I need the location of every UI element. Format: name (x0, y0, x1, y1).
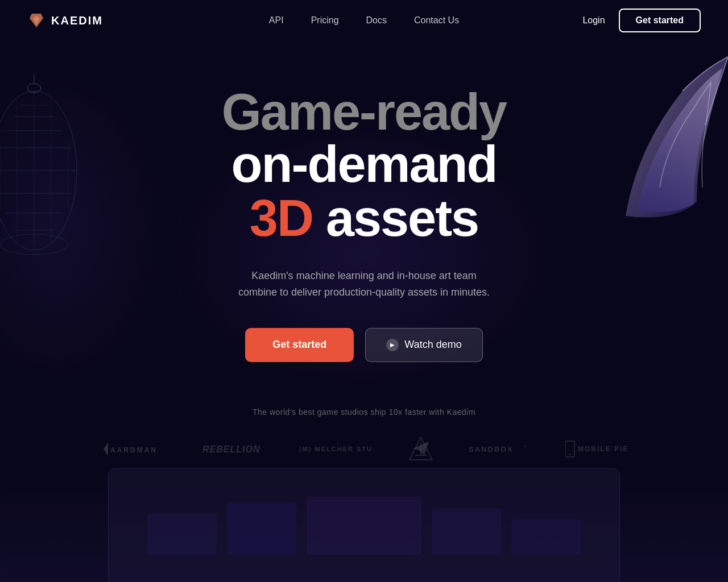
svg-rect-30 (148, 514, 216, 554)
hero-assets-text: assets (313, 190, 478, 247)
hero-3d-text: 3D (250, 190, 313, 247)
svg-rect-34 (512, 520, 580, 554)
nav-link-api[interactable]: API (269, 15, 284, 26)
navbar: KAEDIM API Pricing Docs Contact Us Login… (0, 0, 728, 41)
hero-subtitle-line1: Kaedim's machine learning and in-house a… (251, 270, 477, 281)
hero-subtitle: Kaedim's machine learning and in-house a… (0, 268, 728, 301)
bottom-preview-inner (109, 469, 619, 582)
nav-get-started-button[interactable]: Get started (619, 9, 701, 32)
svg-text:REBELLION: REBELLION (202, 444, 260, 454)
nav-link-docs[interactable]: Docs (366, 15, 387, 26)
svg-rect-31 (228, 503, 296, 554)
logos-row: AARDMAN REBELLION (m) melcher studios (0, 435, 728, 465)
svg-text:SANDBOX: SANDBOX (469, 445, 514, 454)
login-button[interactable]: Login (582, 15, 605, 26)
logo-arrow-studio (407, 435, 435, 465)
hero-subtitle-line2: combine to deliver production-quality as… (238, 286, 490, 298)
logo-sandbox: SANDBOX + (469, 440, 531, 460)
hero-buttons: Get started ▶ Watch demo (0, 328, 728, 362)
svg-text:AARDMAN: AARDMAN (110, 446, 158, 454)
logo-rebellion: REBELLION (202, 440, 265, 460)
nav-links: API Pricing Docs Contact Us (269, 15, 459, 26)
svg-marker-17 (104, 442, 108, 456)
svg-text:+: + (523, 444, 527, 449)
svg-rect-33 (432, 509, 500, 554)
watch-demo-label: Watch demo (404, 339, 461, 351)
nav-actions: Login Get started (582, 9, 701, 32)
svg-text:(m) melcher studios: (m) melcher studios (299, 446, 373, 452)
logo-text: KAEDIM (51, 14, 103, 27)
logo-melcher: (m) melcher studios (299, 440, 373, 460)
svg-text:mobile pie: mobile pie (578, 445, 628, 453)
logo-mobilepie: mobile pie (565, 439, 628, 461)
hero-line2: on-demand (0, 138, 728, 192)
nav-link-pricing[interactable]: Pricing (311, 15, 339, 26)
logo[interactable]: KAEDIM (27, 11, 103, 30)
hero-watch-demo-button[interactable]: ▶ Watch demo (365, 328, 482, 362)
nav-link-contact[interactable]: Contact Us (414, 15, 459, 26)
bottom-preview-panel (108, 468, 620, 582)
logo-aardman: AARDMAN (100, 440, 168, 460)
hero-title: Game-ready on-demand 3D assets (0, 86, 728, 245)
play-icon: ▶ (386, 339, 399, 351)
hero-section: Game-ready on-demand 3D assets Kaedim's … (0, 41, 728, 362)
logos-tagline: The world's best game studios ship 10x f… (0, 408, 728, 417)
hero-get-started-button[interactable]: Get started (245, 328, 354, 362)
logo-icon (27, 11, 46, 30)
logos-section: The world's best game studios ship 10x f… (0, 408, 728, 465)
svg-rect-32 (307, 497, 421, 554)
hero-line3: 3D assets (0, 192, 728, 246)
hero-line1: Game-ready (0, 86, 728, 138)
